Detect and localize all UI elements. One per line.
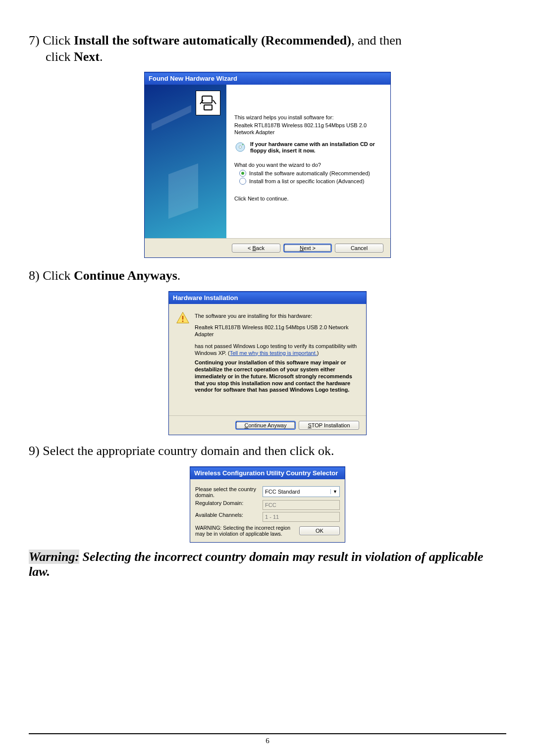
cancel-button[interactable]: Cancel — [335, 244, 383, 252]
country-dropdown[interactable]: FCC Standard ▼ — [263, 486, 340, 497]
radio-icon — [239, 170, 246, 177]
device-name: Realtek RTL8187B Wireless 802.11g 54Mbps… — [234, 122, 382, 136]
dialog-title: Hardware Installation — [169, 292, 366, 304]
hardware-installation-dialog: Hardware Installation The software you a… — [168, 291, 367, 436]
warning-paragraph: Warning: Selecting the incorrect country… — [29, 550, 506, 579]
tell-me-why-link[interactable]: Tell me why this testing is important. — [230, 350, 317, 356]
text: Click — [40, 33, 74, 48]
text: click — [46, 50, 74, 64]
page-number: 6 — [0, 737, 535, 745]
regulatory-label: Regulatory Domain: — [195, 500, 259, 506]
radio-label: Install the software automatically (Reco… — [249, 170, 370, 176]
dialog-title: Found New Hardware Wizard — [145, 72, 390, 85]
instruction-9: 9) Select the appropriate country domain… — [29, 443, 506, 459]
instruction-8: 8) Click Continue Anyways. — [29, 268, 506, 284]
d2-line1: The software you are installing for this… — [195, 313, 359, 320]
continue-anyway-button[interactable]: Continue Anyway — [235, 421, 296, 430]
dropdown-value: FCC Standard — [265, 489, 300, 495]
radio-label: Install from a list or specific location… — [249, 178, 364, 184]
text: Select the appropriate country domain an… — [40, 444, 334, 458]
click-next-hint: Click Next to continue. — [234, 196, 382, 202]
instruction-7: 7) Click Install the software automatica… — [29, 33, 506, 65]
d2-warning-strong: Continuing your installation of this sof… — [195, 359, 359, 394]
found-new-hardware-wizard: Found New Hardware Wizard This wizard he… — [144, 72, 391, 258]
document-page: 7) Click Install the software automatica… — [0, 0, 535, 756]
d2-logo-test: has not passed Windows Logo testing to v… — [195, 343, 359, 357]
dialog-footer: Continue Anyway STOP Installation — [169, 415, 366, 435]
regulatory-value: FCC — [263, 500, 340, 510]
chevron-down-icon: ▼ — [330, 489, 337, 494]
wizard-intro: This wizard helps you install software f… — [234, 114, 382, 120]
wizard-footer: < Back Next > Cancel — [145, 238, 390, 257]
radio-icon — [239, 178, 246, 185]
ok-button[interactable]: OK — [299, 526, 340, 535]
radio-option-auto[interactable]: Install the software automatically (Reco… — [239, 170, 382, 177]
text-bold: Install the software automatically (Reco… — [74, 33, 351, 48]
text-bold: Next — [74, 50, 100, 64]
country-label: Please select the country domain. — [195, 486, 259, 498]
warning-icon — [176, 311, 190, 325]
svg-point-3 — [239, 146, 242, 148]
next-button[interactable]: Next > — [283, 244, 332, 252]
text: . — [100, 50, 103, 64]
svg-rect-0 — [202, 96, 212, 103]
radio-option-advanced[interactable]: Install from a list or specific location… — [239, 178, 382, 185]
footer-rule — [29, 733, 506, 734]
step-number: 9) — [29, 444, 40, 458]
warning-label: Warning: — [29, 550, 79, 564]
hardware-icon — [196, 91, 220, 115]
back-button[interactable]: < Back — [232, 244, 280, 252]
svg-point-6 — [182, 320, 184, 322]
text: , and then — [351, 33, 402, 48]
stop-installation-button[interactable]: STOP Installation — [299, 421, 359, 430]
channels-label: Available Channels: — [195, 512, 259, 518]
text-bold: Continue Anyways — [74, 268, 177, 283]
svg-point-4 — [242, 144, 244, 145]
cd-icon — [234, 141, 246, 153]
wizard-question: What do you want the wizard to do? — [234, 162, 382, 168]
step-number: 7) — [29, 33, 40, 48]
region-warning: WARNING: Selecting the incorrect region … — [195, 525, 295, 537]
wizard-side-graphic — [145, 85, 226, 238]
step-number: 8) — [29, 268, 40, 283]
country-selector-dialog: Wireless Configuration Utility Country S… — [190, 466, 345, 543]
text: . — [177, 268, 181, 283]
channels-value: 1 - 11 — [263, 512, 340, 522]
warning-text: Selecting the incorrect country domain m… — [29, 550, 483, 579]
device-name: Realtek RTL8187B Wireless 802.11g 54Mbps… — [195, 324, 359, 338]
svg-rect-1 — [204, 105, 212, 110]
dialog-title: Wireless Configuration Utility Country S… — [190, 467, 345, 479]
text: Click — [40, 268, 74, 283]
svg-rect-5 — [182, 315, 183, 319]
cd-hint: If your hardware came with an installati… — [250, 141, 382, 154]
